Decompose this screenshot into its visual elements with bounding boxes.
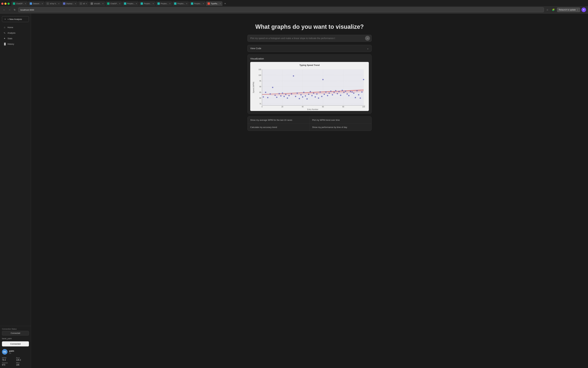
- tab-close-icon[interactable]: ✕: [136, 3, 137, 5]
- view-code-dropdown[interactable]: View Code ⌄: [247, 45, 371, 52]
- tab-close-icon[interactable]: ✕: [86, 3, 87, 5]
- browser-tab-perplexity5[interactable]: Perplex... ✕: [189, 1, 206, 6]
- back-button[interactable]: ←: [2, 8, 7, 12]
- suggestion-text-1: Show my average WPM for the last 10 race…: [250, 119, 292, 121]
- browser-tab-perplexity4[interactable]: Perplex... ✕: [172, 1, 189, 6]
- svg-point-62: [321, 96, 322, 97]
- extensions-button[interactable]: 🧩: [551, 8, 556, 12]
- new-tab-button[interactable]: +: [223, 1, 227, 6]
- connected-button[interactable]: Connected: [2, 341, 29, 346]
- tab-favicon: [91, 2, 93, 5]
- wpm-label: WPM 79.4: [2, 357, 15, 361]
- browser-tab-chatgpt2[interactable]: ChatGP... ✕: [106, 1, 122, 6]
- best-stat: Best 126.2: [16, 357, 29, 361]
- svg-text:85: 85: [259, 92, 261, 93]
- sidebar-item-stats[interactable]: ✦ Stats: [1, 36, 30, 41]
- svg-point-32: [267, 97, 268, 98]
- query-input[interactable]: [247, 35, 371, 42]
- browser-tab-v02[interactable]: v0 ✕: [78, 1, 89, 6]
- tab-close-icon[interactable]: ✕: [153, 3, 154, 5]
- browser-avatar[interactable]: P: [581, 8, 586, 12]
- sidebar-item-analysis-label: Analysis: [8, 32, 15, 34]
- suggestion-item-4[interactable]: Show my performance by time of day: [309, 124, 371, 131]
- tab-close-icon[interactable]: ✕: [219, 3, 221, 5]
- query-input-container: →: [247, 35, 371, 42]
- nav-buttons: ← → ↻: [2, 8, 17, 12]
- tab-close-icon[interactable]: ✕: [169, 3, 171, 5]
- relaunch-button[interactable]: Relaunch to update ⋮: [557, 8, 580, 12]
- browser-tab-deploy[interactable]: Deployi... ✕: [61, 1, 78, 6]
- svg-text:105: 105: [258, 69, 261, 70]
- svg-point-71: [335, 90, 336, 91]
- svg-point-48: [299, 98, 300, 99]
- user-info: paim L6: [9, 350, 29, 354]
- reload-button[interactable]: ↻: [12, 8, 17, 12]
- tab-favicon: [141, 2, 143, 5]
- svg-point-47: [297, 92, 298, 94]
- browser-tab-perplexity3[interactable]: Perplex... ✕: [156, 1, 172, 6]
- svg-point-38: [280, 95, 281, 97]
- svg-text:60: 60: [322, 106, 324, 108]
- new-analysis-button[interactable]: ＋ + New Analysis: [2, 16, 29, 22]
- tab-label: ChatGP...: [16, 3, 24, 5]
- browser-tab-v0[interactable]: v0 by V... ✕: [45, 1, 61, 6]
- tab-favicon: [13, 2, 15, 5]
- sidebar-item-home[interactable]: ⌂ Home: [1, 25, 30, 30]
- query-submit-button[interactable]: →: [365, 36, 370, 41]
- svg-point-41: [285, 94, 287, 95]
- svg-point-60: [318, 97, 319, 99]
- view-code-label: View Code: [250, 47, 261, 50]
- avatar-initials: PA: [3, 351, 6, 353]
- sidebar-item-home-label: Home: [8, 26, 13, 28]
- new-analysis-label: + New Analysis: [8, 18, 22, 20]
- svg-point-86: [360, 97, 361, 99]
- svg-point-82: [353, 92, 354, 94]
- tab-close-icon[interactable]: ✕: [25, 3, 26, 5]
- svg-point-54: [308, 94, 309, 95]
- svg-point-79: [348, 95, 350, 96]
- browser-tab-should[interactable]: shouldI... ✕: [89, 1, 105, 6]
- svg-point-36: [276, 97, 277, 98]
- sidebar-navigation: ⌂ Home ∿ Analysis ✦ Stats ▐▌ History: [0, 25, 31, 46]
- svg-point-87: [361, 91, 362, 93]
- suggestion-text-2: Plot my WPM trend over time: [312, 119, 340, 121]
- sidebar-item-analysis[interactable]: ∿ Analysis: [1, 30, 30, 36]
- tab-close-icon[interactable]: ✕: [119, 3, 120, 5]
- browser-tab-perplexity2[interactable]: Perplex... ✕: [139, 1, 155, 6]
- svg-point-78: [347, 93, 348, 95]
- analysis-icon: ∿: [3, 32, 6, 34]
- tab-close-icon[interactable]: ✕: [203, 3, 204, 5]
- sidebar-item-history[interactable]: ▐▌ History: [1, 41, 30, 46]
- svg-point-53: [307, 98, 308, 100]
- traffic-light-minimize[interactable]: [4, 3, 7, 5]
- plus-icon: ＋: [4, 18, 6, 21]
- traffic-light-close[interactable]: [1, 3, 3, 5]
- tab-close-icon[interactable]: ✕: [58, 3, 59, 5]
- browser-tab-typera[interactable]: TypeRa... ✕: [206, 1, 222, 6]
- svg-point-63: [322, 79, 324, 80]
- browser-tab-perplexity1[interactable]: Perplex... ✕: [122, 1, 139, 6]
- suggestion-item-1[interactable]: Show my average WPM for the last 10 race…: [248, 117, 309, 124]
- tab-close-icon[interactable]: ✕: [75, 3, 76, 5]
- tab-close-icon[interactable]: ✕: [102, 3, 104, 5]
- traffic-light-maximize[interactable]: [8, 3, 10, 5]
- visualization-section: Visualization Typing Speed Trend: [247, 55, 371, 114]
- visualization-title: Visualization: [250, 57, 369, 60]
- tab-label: v0: [83, 3, 85, 5]
- forward-button[interactable]: →: [7, 8, 12, 12]
- browser-tab-dataset[interactable]: Dataset... ✕: [28, 1, 45, 6]
- bookmark-button[interactable]: ☆: [545, 8, 550, 12]
- suggestion-item-2[interactable]: Plot my WPM trend over time: [309, 117, 371, 124]
- svg-point-85: [358, 94, 359, 95]
- tab-close-icon[interactable]: ✕: [186, 3, 187, 5]
- suggestion-item-3[interactable]: Calculate my accuracy trend: [248, 124, 309, 131]
- user-profile: PA paim L6: [2, 348, 29, 356]
- address-bar[interactable]: localhost:3000: [18, 7, 544, 12]
- chart-title: Typing Speed Trend: [252, 64, 367, 66]
- browser-tab-chatgpt1[interactable]: ChatGP... ✕: [11, 1, 28, 6]
- tab-close-icon[interactable]: ✕: [42, 3, 43, 5]
- connected-button-label: Connected: [10, 343, 21, 345]
- svg-point-81: [352, 91, 353, 93]
- svg-point-55: [310, 91, 311, 92]
- svg-text:100: 100: [362, 106, 365, 108]
